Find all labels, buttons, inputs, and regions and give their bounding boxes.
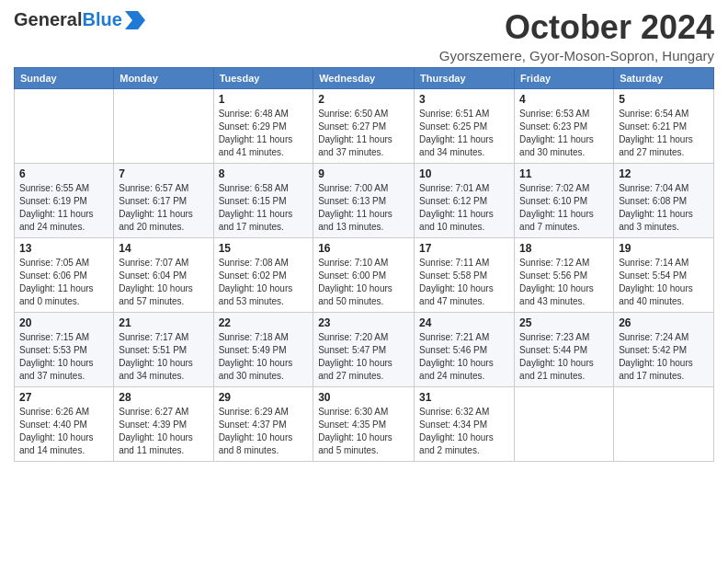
day-number: 6 — [19, 167, 108, 180]
day-info: Sunrise: 7:12 AM Sunset: 5:56 PM Dayligh… — [519, 257, 609, 308]
week-row-3: 13Sunrise: 7:05 AM Sunset: 6:06 PM Dayli… — [15, 237, 714, 312]
calendar-cell: 15Sunrise: 7:08 AM Sunset: 6:02 PM Dayli… — [213, 237, 313, 312]
page: GeneralBlue October 2024 Gyorszemere, Gy… — [0, 0, 728, 563]
calendar-cell: 11Sunrise: 7:02 AM Sunset: 6:10 PM Dayli… — [515, 163, 614, 237]
day-info: Sunrise: 6:54 AM Sunset: 6:21 PM Dayligh… — [619, 108, 709, 159]
day-number: 21 — [119, 316, 208, 329]
calendar-cell: 23Sunrise: 7:20 AM Sunset: 5:47 PM Dayli… — [313, 312, 415, 386]
calendar-cell: 4Sunrise: 6:53 AM Sunset: 6:23 PM Daylig… — [515, 88, 614, 163]
calendar-cell: 19Sunrise: 7:14 AM Sunset: 5:54 PM Dayli… — [614, 237, 714, 312]
title-block: October 2024 Gyorszemere, Gyor-Moson-Sop… — [439, 9, 714, 63]
logo: GeneralBlue — [14, 9, 145, 30]
day-info: Sunrise: 7:08 AM Sunset: 6:02 PM Dayligh… — [219, 257, 309, 308]
day-info: Sunrise: 7:01 AM Sunset: 6:12 PM Dayligh… — [419, 182, 509, 234]
calendar-cell: 22Sunrise: 7:18 AM Sunset: 5:49 PM Dayli… — [213, 312, 313, 386]
calendar-cell: 8Sunrise: 6:58 AM Sunset: 6:15 PM Daylig… — [213, 163, 313, 237]
day-number: 19 — [619, 242, 709, 255]
day-info: Sunrise: 7:17 AM Sunset: 5:51 PM Dayligh… — [119, 331, 208, 383]
calendar-cell: 26Sunrise: 7:24 AM Sunset: 5:42 PM Dayli… — [614, 312, 714, 386]
calendar-header: SundayMondayTuesdayWednesdayThursdayFrid… — [15, 67, 714, 88]
day-info: Sunrise: 7:02 AM Sunset: 6:10 PM Dayligh… — [519, 182, 609, 234]
calendar-cell: 14Sunrise: 7:07 AM Sunset: 6:04 PM Dayli… — [114, 237, 213, 312]
day-number: 10 — [419, 167, 509, 180]
calendar-cell: 17Sunrise: 7:11 AM Sunset: 5:58 PM Dayli… — [415, 237, 515, 312]
logo-arrow-icon — [125, 11, 145, 29]
day-header-wednesday: Wednesday — [313, 67, 415, 88]
day-number: 16 — [318, 242, 409, 255]
week-row-2: 6Sunrise: 6:55 AM Sunset: 6:19 PM Daylig… — [15, 163, 714, 237]
calendar-cell — [515, 386, 614, 461]
calendar-cell: 16Sunrise: 7:10 AM Sunset: 6:00 PM Dayli… — [313, 237, 415, 312]
day-number: 1 — [219, 93, 309, 106]
day-info: Sunrise: 6:27 AM Sunset: 4:39 PM Dayligh… — [119, 406, 208, 457]
day-info: Sunrise: 7:07 AM Sunset: 6:04 PM Dayligh… — [119, 257, 208, 308]
day-number: 30 — [318, 391, 409, 404]
day-number: 28 — [119, 391, 208, 404]
day-number: 13 — [19, 242, 108, 255]
day-info: Sunrise: 7:21 AM Sunset: 5:46 PM Dayligh… — [419, 331, 509, 383]
day-info: Sunrise: 7:15 AM Sunset: 5:53 PM Dayligh… — [19, 331, 108, 383]
day-number: 12 — [619, 167, 709, 180]
day-number: 24 — [419, 316, 509, 329]
day-number: 9 — [318, 167, 409, 180]
calendar-cell: 9Sunrise: 7:00 AM Sunset: 6:13 PM Daylig… — [313, 163, 415, 237]
main-title: October 2024 — [439, 9, 714, 46]
day-info: Sunrise: 6:51 AM Sunset: 6:25 PM Dayligh… — [419, 108, 509, 159]
day-header-thursday: Thursday — [415, 67, 515, 88]
calendar-cell: 1Sunrise: 6:48 AM Sunset: 6:29 PM Daylig… — [213, 88, 313, 163]
logo-general: GeneralBlue — [14, 9, 122, 30]
day-info: Sunrise: 6:53 AM Sunset: 6:23 PM Dayligh… — [519, 108, 609, 159]
day-number: 15 — [219, 242, 309, 255]
calendar-cell: 3Sunrise: 6:51 AM Sunset: 6:25 PM Daylig… — [415, 88, 515, 163]
day-number: 29 — [219, 391, 309, 404]
subtitle: Gyorszemere, Gyor-Moson-Sopron, Hungary — [439, 48, 714, 63]
day-info: Sunrise: 7:00 AM Sunset: 6:13 PM Dayligh… — [318, 182, 409, 234]
day-info: Sunrise: 6:30 AM Sunset: 4:35 PM Dayligh… — [318, 406, 409, 457]
day-number: 14 — [119, 242, 208, 255]
calendar-cell: 13Sunrise: 7:05 AM Sunset: 6:06 PM Dayli… — [15, 237, 114, 312]
day-info: Sunrise: 6:29 AM Sunset: 4:37 PM Dayligh… — [219, 406, 309, 457]
day-number: 23 — [318, 316, 409, 329]
calendar-cell: 28Sunrise: 6:27 AM Sunset: 4:39 PM Dayli… — [114, 386, 213, 461]
day-info: Sunrise: 7:20 AM Sunset: 5:47 PM Dayligh… — [318, 331, 409, 383]
calendar-cell: 6Sunrise: 6:55 AM Sunset: 6:19 PM Daylig… — [15, 163, 114, 237]
day-number: 5 — [619, 93, 709, 106]
day-info: Sunrise: 7:23 AM Sunset: 5:44 PM Dayligh… — [519, 331, 609, 383]
day-number: 11 — [519, 167, 609, 180]
calendar-cell: 30Sunrise: 6:30 AM Sunset: 4:35 PM Dayli… — [313, 386, 415, 461]
calendar-cell: 18Sunrise: 7:12 AM Sunset: 5:56 PM Dayli… — [515, 237, 614, 312]
day-number: 25 — [519, 316, 609, 329]
calendar-body: 1Sunrise: 6:48 AM Sunset: 6:29 PM Daylig… — [15, 88, 714, 461]
day-header-monday: Monday — [114, 67, 213, 88]
day-info: Sunrise: 7:04 AM Sunset: 6:08 PM Dayligh… — [619, 182, 709, 234]
day-number: 27 — [19, 391, 108, 404]
day-number: 8 — [219, 167, 309, 180]
week-row-1: 1Sunrise: 6:48 AM Sunset: 6:29 PM Daylig… — [15, 88, 714, 163]
day-info: Sunrise: 6:50 AM Sunset: 6:27 PM Dayligh… — [318, 108, 409, 159]
day-info: Sunrise: 7:11 AM Sunset: 5:58 PM Dayligh… — [419, 257, 509, 308]
day-number: 20 — [19, 316, 108, 329]
day-info: Sunrise: 6:58 AM Sunset: 6:15 PM Dayligh… — [219, 182, 309, 234]
calendar-cell: 2Sunrise: 6:50 AM Sunset: 6:27 PM Daylig… — [313, 88, 415, 163]
day-number: 2 — [318, 93, 409, 106]
calendar-cell: 24Sunrise: 7:21 AM Sunset: 5:46 PM Dayli… — [415, 312, 515, 386]
day-info: Sunrise: 7:24 AM Sunset: 5:42 PM Dayligh… — [619, 331, 709, 383]
calendar-cell: 27Sunrise: 6:26 AM Sunset: 4:40 PM Dayli… — [15, 386, 114, 461]
calendar: SundayMondayTuesdayWednesdayThursdayFrid… — [14, 67, 714, 462]
day-header-sunday: Sunday — [15, 67, 114, 88]
day-info: Sunrise: 6:32 AM Sunset: 4:34 PM Dayligh… — [419, 406, 509, 457]
day-info: Sunrise: 7:05 AM Sunset: 6:06 PM Dayligh… — [19, 257, 108, 308]
calendar-cell: 25Sunrise: 7:23 AM Sunset: 5:44 PM Dayli… — [515, 312, 614, 386]
calendar-cell: 31Sunrise: 6:32 AM Sunset: 4:34 PM Dayli… — [415, 386, 515, 461]
day-info: Sunrise: 6:48 AM Sunset: 6:29 PM Dayligh… — [219, 108, 309, 159]
day-info: Sunrise: 7:10 AM Sunset: 6:00 PM Dayligh… — [318, 257, 409, 308]
calendar-cell: 5Sunrise: 6:54 AM Sunset: 6:21 PM Daylig… — [614, 88, 714, 163]
header: GeneralBlue October 2024 Gyorszemere, Gy… — [14, 9, 714, 63]
day-info: Sunrise: 7:14 AM Sunset: 5:54 PM Dayligh… — [619, 257, 709, 308]
day-info: Sunrise: 6:57 AM Sunset: 6:17 PM Dayligh… — [119, 182, 208, 234]
calendar-cell — [614, 386, 714, 461]
calendar-cell: 7Sunrise: 6:57 AM Sunset: 6:17 PM Daylig… — [114, 163, 213, 237]
day-number: 3 — [419, 93, 509, 106]
calendar-cell: 10Sunrise: 7:01 AM Sunset: 6:12 PM Dayli… — [415, 163, 515, 237]
calendar-cell: 20Sunrise: 7:15 AM Sunset: 5:53 PM Dayli… — [15, 312, 114, 386]
